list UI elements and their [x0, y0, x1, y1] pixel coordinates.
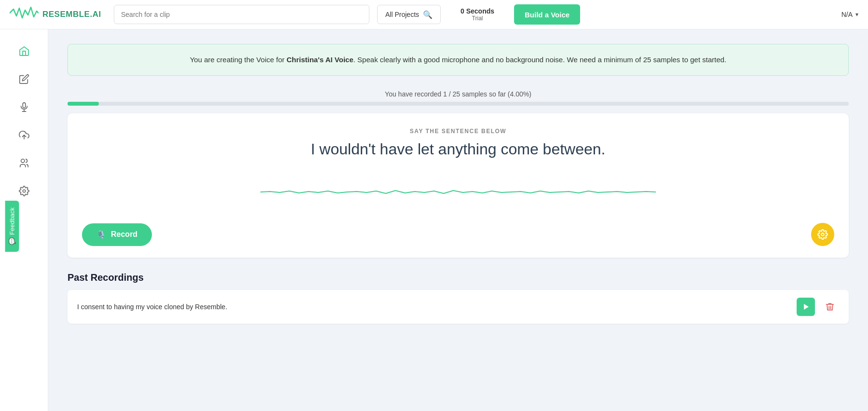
past-recordings-title: Past Recordings	[68, 272, 849, 283]
sidebar-item-home[interactable]	[10, 39, 39, 63]
record-label: Record	[111, 230, 137, 239]
trash-icon	[825, 302, 835, 312]
logo: RESEMBLE.AI	[10, 5, 106, 24]
trial-label: Trial	[472, 15, 483, 22]
record-button[interactable]: 🎙️ Record	[82, 223, 152, 246]
sidebar-item-mic[interactable]	[10, 95, 39, 119]
say-label: SAY THE SENTENCE BELOW	[82, 128, 834, 135]
svg-marker-7	[804, 304, 809, 310]
svg-point-5	[23, 190, 26, 192]
record-row: 🎙️ Record	[82, 223, 834, 246]
svg-rect-0	[23, 103, 26, 108]
banner-suffix: . Speak clearly with a good microphone a…	[353, 55, 727, 64]
feedback-icon: 💬	[9, 237, 16, 245]
settings-gear-button[interactable]	[811, 223, 834, 246]
header: RESEMBLE.AI All Projects 🔍 0 Seconds Tri…	[0, 0, 868, 29]
table-row: I consent to having my voice cloned by R…	[68, 290, 849, 324]
past-recordings-section: Past Recordings I consent to having my v…	[68, 272, 849, 324]
trial-seconds: 0 Seconds	[461, 7, 494, 15]
feedback-tab[interactable]: 💬 Feedback	[5, 201, 19, 252]
play-icon	[802, 303, 809, 310]
search-icon: 🔍	[423, 10, 433, 19]
all-projects-label: All Projects	[385, 11, 419, 18]
recording-card: SAY THE SENTENCE BELOW I wouldn't have l…	[68, 113, 849, 258]
logo-wave-icon	[10, 5, 39, 24]
svg-point-4	[21, 159, 24, 163]
banner-voice-name: Christina's AI Voice	[286, 55, 353, 64]
sentence-text: I wouldn't have let anything come betwee…	[82, 140, 834, 158]
trial-info: 0 Seconds Trial	[448, 7, 506, 22]
progress-bar-fill	[68, 102, 99, 106]
build-voice-button[interactable]: Build a Voice	[514, 4, 580, 25]
sidebar-item-edit[interactable]	[10, 67, 39, 91]
waveform-area	[82, 173, 834, 211]
info-banner: You are creating the Voice for Christina…	[68, 44, 849, 76]
main-content: You are creating the Voice for Christina…	[48, 29, 868, 411]
user-menu[interactable]: N/A ▾	[841, 11, 858, 18]
gear-icon	[817, 229, 828, 240]
svg-point-6	[821, 233, 824, 236]
search-input[interactable]	[114, 5, 369, 24]
play-button[interactable]	[797, 298, 815, 316]
waveform-svg	[260, 178, 656, 206]
recording-actions	[797, 298, 839, 316]
chevron-down-icon: ▾	[855, 11, 858, 18]
progress-section: You have recorded 1 / 25 samples so far …	[68, 90, 849, 106]
user-name: N/A	[841, 11, 853, 18]
progress-label: You have recorded 1 / 25 samples so far …	[68, 90, 849, 98]
recording-text: I consent to having my voice cloned by R…	[77, 303, 227, 311]
all-projects-button[interactable]: All Projects 🔍	[377, 5, 441, 24]
app-layout: 💬 Feedback You are creating the Voice fo…	[0, 29, 868, 411]
delete-button[interactable]	[821, 298, 839, 316]
mic-icon: 🎙️	[96, 230, 106, 239]
sidebar-item-settings[interactable]	[10, 179, 39, 203]
progress-bar-track	[68, 102, 849, 106]
logo-text: RESEMBLE.AI	[42, 10, 101, 19]
sidebar-item-users[interactable]	[10, 151, 39, 175]
feedback-label: Feedback	[9, 207, 16, 235]
sidebar-item-upload[interactable]	[10, 123, 39, 147]
banner-prefix: You are creating the Voice for	[190, 55, 286, 64]
